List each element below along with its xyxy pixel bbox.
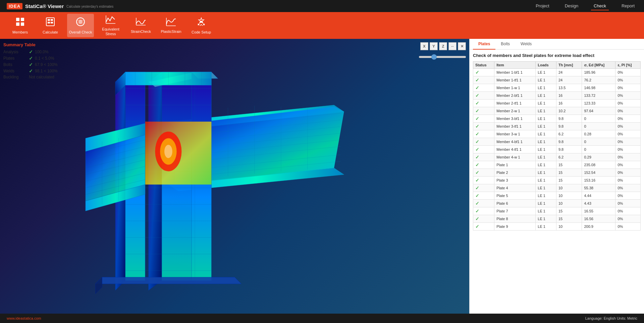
cell-sigma: 4.44 — [582, 192, 615, 200]
svg-point-62 — [164, 145, 172, 158]
toolbar-overall-check[interactable]: Overall Check — [67, 14, 94, 37]
table-row[interactable]: ✓ Member 2-bf1 1 LE 1 16 133.72 0% — [473, 92, 641, 100]
cell-item: Member 2-tf1 1 — [494, 100, 536, 107]
cell-th: 10 — [556, 184, 582, 192]
table-row[interactable]: ✓ Member 3-bf1 1 LE 1 9.8 0 0% — [473, 115, 641, 123]
table-row[interactable]: ✓ Plate 4 LE 1 10 55.38 0% — [473, 184, 641, 192]
table-row[interactable]: ✓ Plate 6 LE 1 10 4.43 0% — [473, 200, 641, 207]
axis-reset-button[interactable]: ✕ — [458, 42, 466, 50]
nav-project[interactable]: Project — [533, 2, 552, 10]
viewport-controls[interactable]: X Y Z ↔ ✕ — [420, 42, 466, 50]
tab-welds[interactable]: Welds — [515, 39, 537, 50]
logo-title: StatiCa® Viewer — [25, 3, 64, 9]
nav-check[interactable]: Check — [591, 2, 609, 10]
axis-fit-button[interactable]: ↔ — [448, 42, 457, 50]
toolbar-strain-check-label: StrainCheck — [131, 29, 151, 34]
cell-item: Member 2-w 1 — [494, 107, 536, 115]
cell-item: Plate 3 — [494, 177, 536, 184]
footer-info: Language: English Units: Metric — [585, 316, 637, 320]
cell-eps: 0% — [615, 107, 641, 115]
cell-th: 15 — [556, 177, 582, 184]
table-row[interactable]: ✓ Member 4-w 1 LE 1 6.2 0.29 0% — [473, 153, 641, 161]
svg-rect-6 — [51, 19, 53, 21]
cell-sigma: 0 — [582, 138, 615, 146]
viewport-slider[interactable] — [419, 56, 466, 58]
cell-sigma: 0.29 — [582, 153, 615, 161]
cell-eps: 0% — [615, 76, 641, 84]
axis-y-button[interactable]: Y — [430, 42, 438, 50]
logo-sub: Calculate yesterday's estimates — [66, 5, 113, 8]
cell-sigma: 146.98 — [582, 84, 615, 92]
cell-eps: 0% — [615, 161, 641, 169]
cell-status: ✓ — [473, 115, 494, 123]
calculate-icon — [45, 16, 56, 29]
cell-status: ✓ — [473, 76, 494, 84]
cell-status: ✓ — [473, 69, 494, 76]
row-check-icon: ✓ — [475, 170, 479, 175]
cell-th: 15 — [556, 161, 582, 169]
table-row[interactable]: ✓ Plate 7 LE 1 15 16.55 0% — [473, 207, 641, 215]
row-check-icon: ✓ — [475, 101, 479, 106]
table-title: Check of members and Steel plates for ex… — [473, 53, 641, 58]
col-item: Item — [494, 62, 536, 69]
tab-bolts[interactable]: Bolts — [495, 39, 515, 50]
table-row[interactable]: ✓ Plate 8 LE 1 15 16.56 0% — [473, 215, 641, 223]
cell-th: 9.8 — [556, 138, 582, 146]
cell-sigma: 0 — [582, 146, 615, 153]
cell-item: Plate 1 — [494, 161, 536, 169]
logo-area: IDEA StatiCa® Viewer Calculate yesterday… — [7, 3, 113, 9]
axis-x-button[interactable]: X — [420, 42, 428, 50]
row-check-icon: ✓ — [475, 124, 479, 129]
table-row[interactable]: ✓ Plate 2 LE 1 15 152.54 0% — [473, 169, 641, 177]
table-row[interactable]: ✓ Plate 5 LE 1 10 4.44 0% — [473, 192, 641, 200]
footer: www.ideastatica.com Language: English Un… — [0, 314, 644, 323]
cell-sigma: 235.08 — [582, 161, 615, 169]
table-row[interactable]: ✓ Member 3-tf1 1 LE 1 9.8 0 0% — [473, 123, 641, 130]
table-row[interactable]: ✓ Member 2-w 1 LE 1 10.2 97.64 0% — [473, 107, 641, 115]
svg-rect-7 — [48, 22, 50, 23]
table-row[interactable]: ✓ Plate 9 LE 1 10 200.9 0% — [473, 223, 641, 231]
cell-item: Member 3-bf1 1 — [494, 115, 536, 123]
toolbar-equivalent-stress[interactable]: Equivalent Stress — [97, 14, 124, 37]
col-eps: ε, Pl [%] — [615, 62, 641, 69]
table-row[interactable]: ✓ Member 2-tf1 1 LE 1 16 123.33 0% — [473, 100, 641, 107]
cell-th: 24 — [556, 69, 582, 76]
toolbar-strain-check[interactable]: StrainCheck — [127, 14, 154, 37]
cell-loads: LE 1 — [536, 169, 556, 177]
equivalent-stress-icon — [105, 15, 116, 26]
toolbar-code-setup[interactable]: Code Setup — [188, 14, 215, 37]
cell-status: ✓ — [473, 146, 494, 153]
summary-analysis: Analysis ✓ 100.0% — [3, 49, 58, 55]
table-row[interactable]: ✓ Member 4-tf1 1 LE 1 9.8 0 0% — [473, 146, 641, 153]
cell-sigma: 4.43 — [582, 200, 615, 207]
row-check-icon: ✓ — [475, 93, 479, 98]
table-row[interactable]: ✓ Plate 1 LE 1 15 235.08 0% — [473, 161, 641, 169]
cell-th: 24 — [556, 76, 582, 84]
cell-th: 9.8 — [556, 115, 582, 123]
tab-plates[interactable]: Plates — [473, 39, 495, 50]
toolbar-plastic-strain[interactable]: PlasticStrain — [158, 14, 184, 37]
cell-loads: LE 1 — [536, 76, 556, 84]
table-row[interactable]: ✓ Plate 3 LE 1 15 153.16 0% — [473, 177, 641, 184]
cell-sigma: 153.16 — [582, 177, 615, 184]
toolbar-equiv-stress-label: Equivalent Stress — [99, 27, 123, 36]
svg-rect-4 — [46, 18, 54, 26]
nav-design[interactable]: Design — [562, 2, 581, 10]
nav-report[interactable]: Report — [619, 2, 637, 10]
cell-eps: 0% — [615, 100, 641, 107]
table-row[interactable]: ✓ Member 1-bf1 1 LE 1 24 185.96 0% — [473, 69, 641, 76]
axis-z-button[interactable]: Z — [439, 42, 447, 50]
toolbar-members[interactable]: Members — [7, 14, 34, 37]
table-row[interactable]: ✓ Member 1-w 1 LE 1 13.5 146.98 0% — [473, 84, 641, 92]
overall-check-icon — [75, 16, 86, 29]
cell-loads: LE 1 — [536, 107, 556, 115]
toolbar-calculate[interactable]: Calculate — [37, 14, 64, 37]
nav-menu: Project Design Check Report — [533, 2, 637, 10]
table-row[interactable]: ✓ Member 3-w 1 LE 1 6.2 0.28 0% — [473, 130, 641, 138]
table-row[interactable]: ✓ Member 1-tf1 1 LE 1 24 76.2 0% — [473, 76, 641, 84]
topbar: IDEA StatiCa® Viewer Calculate yesterday… — [0, 0, 644, 12]
cell-eps: 0% — [615, 138, 641, 146]
cell-loads: LE 1 — [536, 192, 556, 200]
table-row[interactable]: ✓ Member 4-bf1 1 LE 1 9.8 0 0% — [473, 138, 641, 146]
cell-item: Member 3-w 1 — [494, 130, 536, 138]
